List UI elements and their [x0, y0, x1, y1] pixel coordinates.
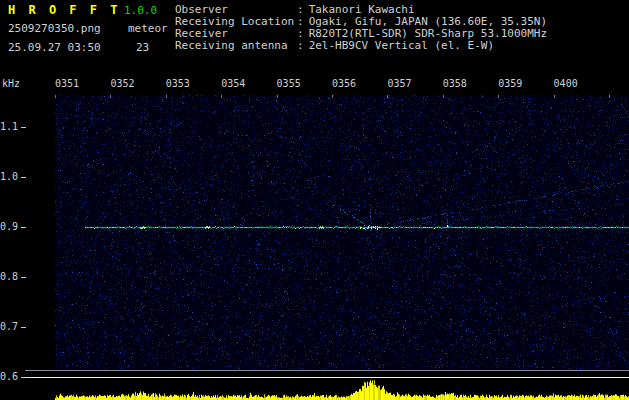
freq-tick-label: 0.8 — [0, 271, 18, 282]
hrofft-output-window: H R O F F T 1.0.0 2509270350.png meteor … — [0, 0, 629, 400]
output-filename: 2509270350.png — [8, 22, 101, 35]
level-graph-canvas — [55, 379, 629, 400]
station-info-colon: : — [297, 39, 304, 52]
mode-label: meteor — [128, 22, 168, 35]
time-tick-label: 0354 — [221, 78, 245, 89]
separator-line-upper — [25, 370, 629, 371]
freq-unit-label: kHz — [2, 78, 20, 89]
app-title: H R O F F T — [8, 3, 120, 17]
freq-tick-dash — [21, 127, 26, 128]
station-info-row: Receiving antenna:2el-HB9CV Vertical (el… — [175, 40, 547, 52]
freq-tick-dash — [21, 327, 26, 328]
capture-datetime: 25.09.27 03:50 — [8, 41, 101, 54]
freq-tick-dash — [21, 277, 26, 278]
app-version: 1.0.0 — [124, 4, 157, 17]
time-tick-label: 0355 — [277, 78, 301, 89]
freq-tick-dash — [21, 227, 26, 228]
freq-tick-dash — [21, 177, 26, 178]
time-tick-label: 0400 — [554, 78, 578, 89]
station-info-label: Receiving antenna — [175, 40, 297, 52]
spectrogram-canvas — [55, 95, 629, 369]
time-tick-label: 0352 — [110, 78, 134, 89]
freq-tick-label: 0.9 — [0, 221, 18, 232]
echo-count: 23 — [136, 41, 149, 54]
time-tick-label: 0359 — [498, 78, 522, 89]
freq-tick-label: 1.1 — [0, 121, 18, 132]
time-tick-label: 0358 — [443, 78, 467, 89]
time-tick-label: 0351 — [55, 78, 79, 89]
time-tick-label: 0356 — [332, 78, 356, 89]
freq-tick-label: 1.0 — [0, 171, 18, 182]
station-info-value: 2el-HB9CV Vertical (el. E-W) — [309, 39, 494, 52]
freq-tick-label: 0.7 — [0, 321, 18, 332]
separator-line-lower — [25, 377, 629, 378]
time-tick-label: 0353 — [166, 78, 190, 89]
time-tick-label: 0357 — [387, 78, 411, 89]
freq-tick-label: 0.6 — [0, 371, 18, 382]
station-info-block: Observer:Takanori KawachiReceiving Locat… — [175, 4, 547, 52]
